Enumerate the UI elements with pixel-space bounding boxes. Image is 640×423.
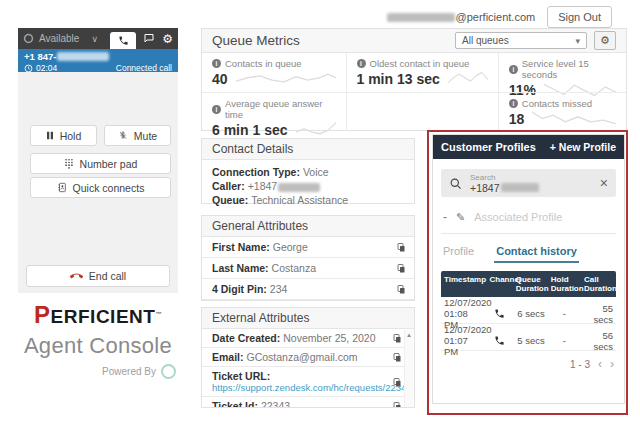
external-attributes-list: Date Created:November 25, 2020 Email:GCo… (202, 329, 414, 408)
voice-channel-icon (487, 308, 513, 319)
user-email: @perficient.com (387, 11, 536, 23)
sign-out-button[interactable]: Sign Out (547, 6, 612, 28)
dialpad-icon (64, 158, 74, 169)
metric-value: 40 (212, 71, 228, 87)
scrollbar[interactable]: ▴ ▾ (404, 330, 413, 408)
metric-label: Contacts in queue (225, 58, 302, 69)
ticket-url-link[interactable]: https://support.zendesk.com/hc/requests/… (212, 382, 412, 393)
external-attributes-header: External Attributes (202, 308, 414, 329)
metric-empty-cell (346, 92, 498, 131)
end-call-button[interactable]: End call (26, 265, 170, 287)
perficient-logo: PERFICIENT™ (18, 301, 178, 329)
mute-button[interactable]: Mute (104, 125, 171, 146)
row-hold-duration: - (548, 308, 581, 319)
row-time: 01:07 PM (444, 335, 484, 357)
attribute-row: Last Name:Costanza (202, 258, 414, 279)
copy-icon[interactable] (396, 242, 406, 253)
column-header-call-duration: Call Duration (581, 271, 616, 297)
settings-gear-icon[interactable]: ⚙ (162, 28, 173, 49)
contact-details-panel: Contact Details Connection Type:Voice Ca… (201, 138, 415, 204)
redacted-user-name (387, 13, 455, 22)
attribute-row: Ticket URL: https://support.zendesk.com/… (202, 367, 404, 397)
row-queue-duration: 6 secs (513, 308, 548, 319)
search-field-label: Search (470, 173, 539, 182)
hold-button[interactable]: Hold (30, 125, 97, 146)
pagination-range: 1 - 3 (570, 359, 590, 370)
attribute-label: Ticket Id: (212, 400, 258, 408)
scroll-down-icon[interactable]: ▾ (407, 407, 411, 408)
page-previous-icon[interactable]: ‹ (598, 358, 602, 370)
copy-icon[interactable] (396, 284, 406, 295)
info-icon: i (357, 59, 366, 68)
mute-label: Mute (134, 130, 157, 142)
attribute-label: Last Name: (212, 262, 269, 274)
attribute-row: First Name:George (202, 237, 414, 258)
chevron-down-icon: ▾ (575, 36, 580, 46)
info-icon: i (509, 65, 518, 74)
copy-icon[interactable] (392, 401, 402, 409)
attribute-value: GCostanza@gmail.com (247, 351, 358, 363)
contact-details-header: Contact Details (202, 139, 414, 160)
customer-profiles-panel: Customer Profiles + New Profile Search +… (432, 134, 625, 404)
brand-block: PERFICIENT™ Agent Console Powered By (18, 301, 178, 379)
associated-profile-row: - ✎ Associated Profile (441, 210, 616, 234)
end-call-icon (70, 270, 83, 283)
metrics-settings-button[interactable]: ⚙ (594, 31, 616, 50)
page-next-icon[interactable]: › (610, 358, 614, 370)
search-value-prefix: +1847 (470, 182, 500, 194)
table-row[interactable]: 12/07/2020 01:07 PM 5 secs - 56 secs (441, 324, 616, 351)
customer-profiles-title: Customer Profiles (441, 141, 536, 153)
contact-detail-row: Connection Type:Voice (212, 165, 404, 179)
contact-detail-row: Caller:+1847 (212, 179, 404, 193)
app-name: Agent Console (18, 333, 178, 359)
customer-profiles-header: Customer Profiles + New Profile (433, 135, 624, 159)
mic-off-icon (118, 130, 128, 141)
metric-sparkline (532, 110, 616, 127)
attribute-value: 22343 (261, 400, 290, 408)
phone-icon (118, 32, 129, 50)
softphone-tabs: ⚙ (110, 28, 173, 49)
pagination: 1 - 3 ‹ › (433, 358, 614, 370)
chevron-down-icon[interactable]: ∨ (91, 34, 98, 44)
end-call-label: End call (89, 270, 126, 282)
agent-status-dropdown[interactable]: Available (39, 33, 79, 44)
attribute-label: Date Created: (212, 332, 280, 344)
clear-search-icon[interactable]: × (600, 176, 608, 190)
attribute-row: Email:GCostanza@gmail.com (202, 348, 404, 367)
tab-chat[interactable] (143, 28, 155, 49)
powered-by-label: Powered By (102, 366, 156, 377)
copy-icon[interactable] (392, 333, 402, 344)
scroll-up-icon[interactable]: ▴ (407, 331, 411, 338)
perficient-logo-p: P (34, 301, 51, 328)
queue-metrics-grid: iContacts in queue 40 iOldest contact in… (202, 53, 626, 131)
queue-filter-select[interactable]: All queues ▾ (455, 32, 587, 49)
tab-phone[interactable] (110, 32, 136, 49)
user-email-domain: @perficient.com (456, 11, 536, 23)
column-header-timestamp: Timestamp (441, 271, 487, 297)
table-header-row: Timestamp Channel Queue Duration Hold Du… (441, 271, 616, 297)
redacted-caller-digits (278, 183, 320, 192)
metric-service-level: iService level 15 seconds 11% (498, 53, 626, 92)
row-hold-duration: - (548, 335, 581, 346)
detail-value: Technical Assistance (251, 194, 348, 206)
number-pad-button[interactable]: Number pad (30, 153, 171, 174)
detail-value: Voice (303, 166, 329, 178)
copy-icon[interactable] (392, 352, 402, 363)
topbar: @perficient.com Sign Out (0, 5, 612, 29)
copy-icon[interactable] (392, 377, 402, 388)
new-profile-button[interactable]: + New Profile (550, 141, 616, 153)
attribute-label: First Name: (212, 241, 270, 253)
row-call-duration: 55 secs (581, 303, 616, 325)
tab-profile[interactable]: Profile (441, 242, 476, 263)
copy-icon[interactable] (396, 263, 406, 274)
quick-connects-button[interactable]: Quick connects (30, 177, 171, 198)
profile-search-input[interactable]: Search +1847 × (441, 169, 616, 197)
edit-pencil-icon[interactable]: ✎ (456, 211, 465, 224)
redacted-search-digits (501, 183, 539, 192)
tab-contact-history[interactable]: Contact history (494, 242, 579, 263)
info-icon: i (212, 105, 221, 114)
table-row[interactable]: 12/07/2020 01:08 PM 6 secs - 55 secs (441, 297, 616, 324)
softphone-panel: Available ∨ ⚙ +1 847- (18, 28, 178, 293)
column-header-channel: Channel (487, 271, 513, 297)
queue-metrics-header: Queue Metrics All queues ▾ ⚙ (202, 29, 626, 53)
